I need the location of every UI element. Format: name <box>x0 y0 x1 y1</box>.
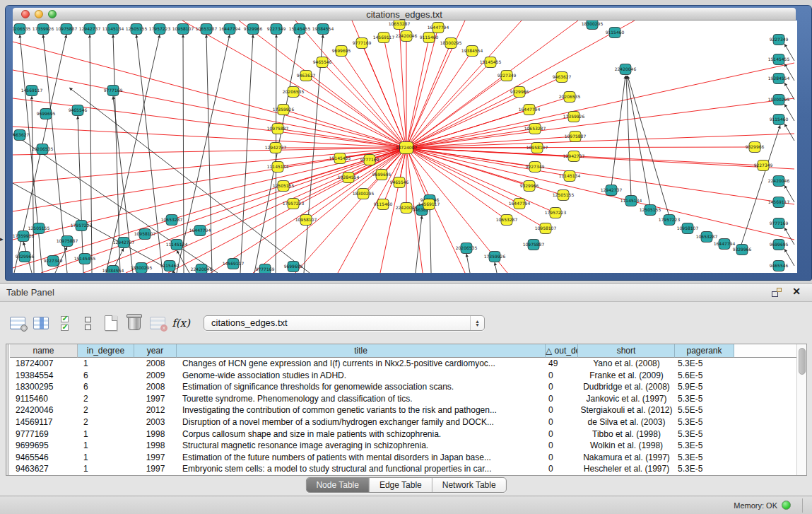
graph-edge <box>206 35 212 273</box>
node-label: 17957223 <box>71 223 93 228</box>
node-label: 10958107 <box>295 217 317 222</box>
column-header-in_degree[interactable]: in_degree <box>78 344 134 358</box>
column-header-name[interactable]: name <box>10 344 78 358</box>
node-label: 17359926 <box>563 114 585 119</box>
checklist-icon <box>61 316 69 331</box>
node-label: 16447794 <box>519 107 541 112</box>
cell-out_de: 0 <box>546 404 578 416</box>
cell-pagerank: 5.3E-5 <box>675 358 734 370</box>
cell-pagerank: 5.3E-5 <box>675 452 734 464</box>
table-row[interactable]: 1938455462009Genome-wide association stu… <box>10 370 796 382</box>
cell-out_de: 0 <box>546 463 578 475</box>
node-label: 12942737 <box>79 26 101 31</box>
cell-title: Corpus callosum shape and size in male p… <box>177 428 546 440</box>
show-columns-button[interactable] <box>30 313 52 334</box>
node-label: 9329966 <box>746 144 765 149</box>
delete-column-button[interactable] <box>124 313 145 334</box>
table-panel-header: Table Panel ✕ <box>0 284 812 302</box>
node-label: 12942737 <box>601 187 623 192</box>
node-label: 9227349 <box>526 164 545 169</box>
delete-table-button: x <box>147 313 168 334</box>
table-row[interactable]: 969969511998Structural magnetic resonanc… <box>10 440 796 452</box>
node-label: 9329966 <box>733 247 752 252</box>
panel-collapse-arrow-icon[interactable]: ▸ <box>0 235 4 243</box>
table-row[interactable]: 2242004622012Investigating the contribut… <box>10 404 796 416</box>
table-select-dropdown[interactable]: citations_edges.txt ▲▼ <box>204 315 485 331</box>
table-row[interactable]: 1830029562008Estimation of significance … <box>10 381 796 393</box>
cell-pagerank: 5.3E-5 <box>675 393 734 405</box>
cell-title: Investigating the contribution of common… <box>177 404 546 416</box>
cell-out_de: 0 <box>546 428 578 440</box>
column-header-year[interactable]: year <box>134 344 177 358</box>
citation-edge <box>295 21 406 148</box>
cell-short: Franke et al. (2009) <box>578 370 675 382</box>
table-row[interactable]: 946554611997Estimation of the future num… <box>10 452 796 464</box>
table-options-button[interactable] <box>7 313 28 334</box>
node-label: 14569117 <box>21 88 43 93</box>
node-label: 9463627 <box>553 74 572 79</box>
cell-in_degree: 6 <box>78 370 134 382</box>
node-label: 17359926 <box>484 254 506 259</box>
node-label: 17359926 <box>273 107 295 112</box>
tab-node-table[interactable]: Node Table <box>306 478 370 492</box>
node-label: 22420046 <box>615 66 637 71</box>
node-label: 10958107 <box>172 26 194 31</box>
node-label: 20206535 <box>13 26 30 31</box>
float-window-button[interactable] <box>772 288 782 297</box>
column-header-short[interactable]: short <box>578 344 675 358</box>
create-column-button[interactable] <box>100 313 122 334</box>
cell-short: Tibbo et al. (1998) <box>578 428 675 440</box>
citation-graph[interactable]: 2020653517359926109758871294273711145134… <box>13 21 797 273</box>
table-row[interactable]: 977716911998Corpus callosum shape and si… <box>10 428 796 440</box>
cell-title: Estimation of the future numbers of pati… <box>177 452 546 464</box>
node-label: 9465546 <box>770 263 789 268</box>
cell-title: Genome-wide association studies in ADHD. <box>177 370 546 382</box>
float-window-icon <box>777 288 782 292</box>
split-view-button[interactable] <box>77 313 98 334</box>
cell-pagerank: 5.3E-5 <box>675 440 734 452</box>
function-builder-button[interactable]: f(x) <box>170 313 192 334</box>
citation-edge <box>182 21 406 148</box>
table-row[interactable]: 1456911722003Disruption of a novel membe… <box>10 416 796 428</box>
column-header-out_de[interactable]: △ out_de... <box>546 344 578 358</box>
node-label: 11145134 <box>102 26 124 31</box>
column-header-title[interactable]: title <box>177 344 546 358</box>
table-row[interactable]: 1872400712008Changes of HCN gene express… <box>10 358 796 370</box>
node-label: 18300295 <box>131 265 153 270</box>
node-label: 9465546 <box>313 59 332 64</box>
table-gear-icon <box>10 317 25 329</box>
table-scrollbar[interactable] <box>796 344 806 475</box>
node-label: 10958107 <box>535 226 557 230</box>
status-bar: Memory: OK <box>0 496 812 514</box>
node-label: 17957223 <box>545 210 567 215</box>
cell-out_de: 0 <box>546 452 578 464</box>
cell-name: 18724007 <box>10 358 78 370</box>
table-row[interactable]: 911546021997Tourette syndrome. Phenomeno… <box>10 393 796 405</box>
node-label: 9115460 <box>374 201 393 206</box>
node-label: 10958107 <box>526 145 548 150</box>
table-row[interactable]: 946362711997Embryonic stem cells: a mode… <box>10 463 796 475</box>
node-label: 9115460 <box>770 117 789 122</box>
graph-edge <box>254 35 300 273</box>
column-header-pagerank[interactable]: pagerank <box>675 344 734 358</box>
cell-out_de: 0 <box>546 381 578 393</box>
node-label: 9465546 <box>69 107 88 112</box>
node-label: 9329966 <box>520 183 539 188</box>
cell-title: Changes of HCN gene expression and I(f) … <box>177 358 546 370</box>
cell-name: 9115460 <box>10 393 78 405</box>
tab-edge-table[interactable]: Edge Table <box>370 478 433 492</box>
scrollbar-thumb[interactable] <box>799 348 806 375</box>
close-panel-button[interactable]: ✕ <box>792 286 801 297</box>
graph-edge <box>495 262 497 273</box>
citation-edge <box>406 148 794 240</box>
table-column-icon <box>33 317 49 329</box>
tab-network-table[interactable]: Network Table <box>433 478 506 492</box>
network-canvas[interactable]: 2020653517359926109758871294273711145134… <box>13 21 797 273</box>
network-window-titlebar[interactable]: citations_edges.txt <box>13 8 796 21</box>
node-label: 16447794 <box>428 25 449 30</box>
select-columns-button[interactable] <box>54 313 75 334</box>
node-label: 9227349 <box>754 163 773 168</box>
cell-in_degree: 2 <box>78 416 134 428</box>
cell-in_degree: 1 <box>78 452 134 464</box>
cell-title: Embryonic stem cells: a model to study s… <box>177 463 546 475</box>
